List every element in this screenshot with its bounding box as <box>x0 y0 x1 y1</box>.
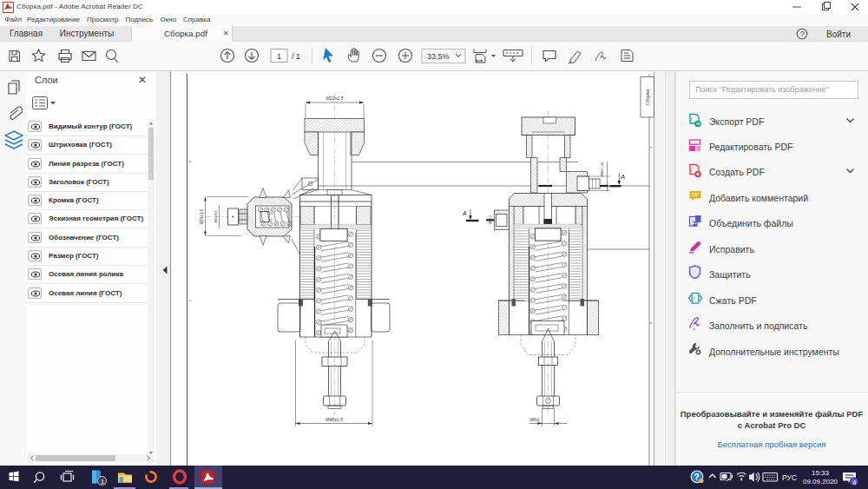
svg-text:M8x1: M8x1 <box>488 215 492 224</box>
svg-text:M8x1: M8x1 <box>529 418 540 422</box>
svg-text:M8x1,25: M8x1,25 <box>600 162 604 176</box>
svg-text:1: 1 <box>101 478 105 486</box>
svg-text:?: ? <box>800 30 805 38</box>
svg-text:Сборка: Сборка <box>645 89 650 106</box>
svg-text:33,5%: 33,5% <box>427 52 450 61</box>
svg-text:15:33: 15:33 <box>812 469 830 477</box>
svg-text:4: 4 <box>852 479 856 486</box>
svg-text:РУС: РУС <box>782 473 797 482</box>
svg-text:M22x1,5: M22x1,5 <box>326 96 344 101</box>
svg-text:09.09.2020: 09.09.2020 <box>803 478 838 486</box>
svg-text:б: б <box>187 160 192 162</box>
svg-text:1: 1 <box>277 52 281 61</box>
svg-text:?: ? <box>694 472 700 482</box>
svg-text:б: б <box>648 146 653 149</box>
svg-text:f: f <box>694 295 696 302</box>
svg-text:M24x1,5: M24x1,5 <box>200 208 204 224</box>
svg-text:M48x1,5: M48x1,5 <box>326 417 343 422</box>
svg-text:M6x0,5: M6x0,5 <box>214 210 218 223</box>
svg-text:/ 1: / 1 <box>292 52 300 61</box>
svg-text:A: A <box>621 174 626 180</box>
svg-text:f: f <box>691 167 694 172</box>
svg-text:A: A <box>462 210 467 216</box>
svg-text:f: f <box>691 116 694 122</box>
svg-text:в: в <box>648 322 653 324</box>
svg-text:в: в <box>187 300 192 301</box>
